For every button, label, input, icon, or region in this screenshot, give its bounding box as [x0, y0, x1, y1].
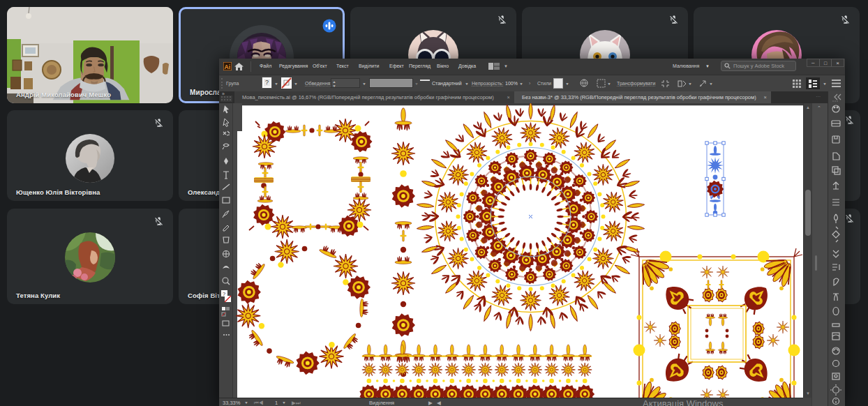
svg-text:Ai: Ai	[225, 63, 231, 70]
